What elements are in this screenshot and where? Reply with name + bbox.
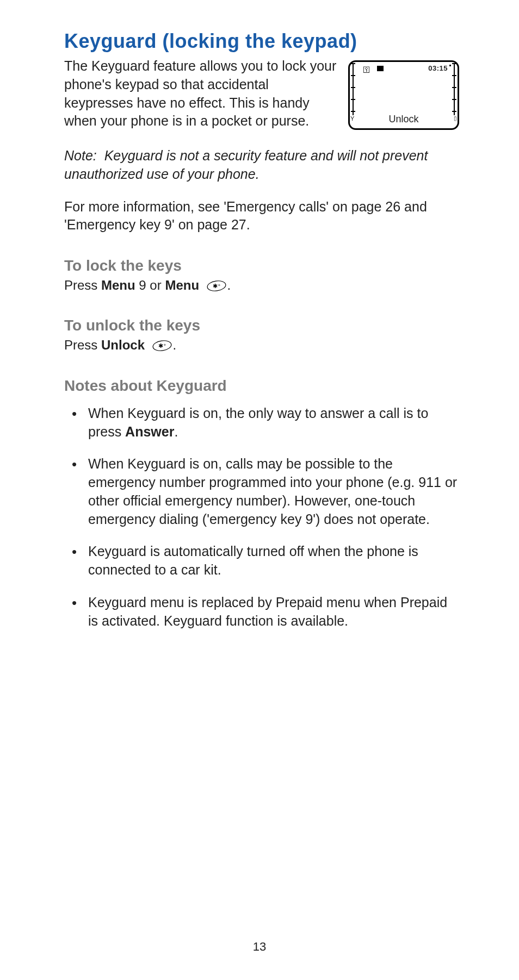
unlock-key-label: Unlock xyxy=(101,338,145,352)
text: . xyxy=(174,424,178,439)
clock-text: 03:15 xyxy=(428,64,448,72)
list-item: Keyguard is automatically turned off whe… xyxy=(64,542,459,579)
text: . xyxy=(172,338,176,352)
text: . xyxy=(227,278,231,292)
svg-text:✱⁺: ✱⁺ xyxy=(158,342,166,349)
unlock-instruction: Press Unlock ✱⁺. xyxy=(64,336,459,354)
answer-key-label: Answer xyxy=(125,424,174,439)
manual-page: Keyguard (locking the keypad) Y ▯ ⚿ 03:1… xyxy=(0,0,519,980)
text: When Keyguard is on, calls may be possib… xyxy=(88,456,457,526)
menu-key-label: Menu xyxy=(101,278,135,292)
svg-text:✱⁺: ✱⁺ xyxy=(213,283,221,289)
text: Press xyxy=(64,338,101,352)
lock-heading: To lock the keys xyxy=(64,257,459,274)
list-item: Keyguard menu is replaced by Prepaid men… xyxy=(64,594,459,631)
text: Keyguard is automatically turned off whe… xyxy=(88,544,418,577)
text: Press xyxy=(64,278,101,292)
note-paragraph: Note: Keyguard is not a security feature… xyxy=(64,147,459,184)
star-key-icon: ✱⁺ xyxy=(206,280,227,292)
phone-screen-illustration: Y ▯ ⚿ 03:15 Unlock xyxy=(348,60,459,130)
key-lock-icon: ⚿ xyxy=(363,65,370,74)
text: Keyguard menu is replaced by Prepaid men… xyxy=(88,595,447,628)
notes-heading: Notes about Keyguard xyxy=(64,377,459,395)
menu-key-label: Menu xyxy=(165,278,199,292)
softkey-label: Unlock xyxy=(350,114,458,125)
section-heading: Keyguard (locking the keypad) xyxy=(64,30,459,53)
lock-instruction: Press Menu 9 or Menu ✱⁺. xyxy=(64,277,459,294)
note-body: Keyguard is not a security feature and w… xyxy=(64,148,428,182)
unlock-heading: To unlock the keys xyxy=(64,317,459,334)
list-item: When Keyguard is on, calls may be possib… xyxy=(64,455,459,528)
note-label: Note: xyxy=(64,148,97,163)
list-item: When Keyguard is on, the only way to ans… xyxy=(64,404,459,441)
intro-block: Y ▯ ⚿ 03:15 Unlock The Keyguard feature … xyxy=(64,57,459,130)
star-key-icon: ✱⁺ xyxy=(152,340,172,352)
text: 9 or xyxy=(135,278,165,292)
notes-list: When Keyguard is on, the only way to ans… xyxy=(64,404,459,631)
page-number: 13 xyxy=(0,940,519,954)
indicator-icon xyxy=(377,66,384,71)
crossref-paragraph: For more information, see 'Emergency cal… xyxy=(64,198,459,235)
